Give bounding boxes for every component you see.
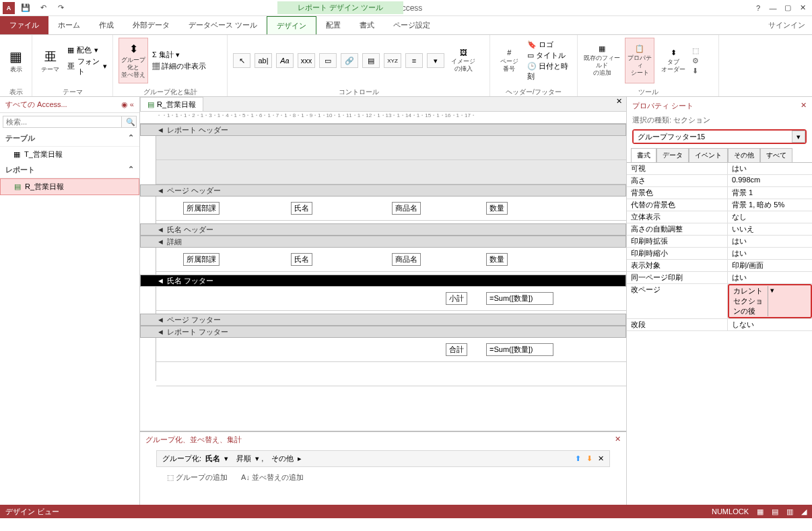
tab-file[interactable]: ファイル (0, 16, 48, 34)
code-icon[interactable]: ⚙ (692, 57, 699, 65)
view-button[interactable]: ▦表示 (5, 38, 26, 83)
nav-item-report[interactable]: ▤R_営業日報 (0, 178, 139, 195)
save-icon[interactable]: 💾 (19, 2, 32, 14)
insert-image-button[interactable]: 🖼イメージ の挿入 (448, 38, 478, 83)
tab-tool[interactable]: ▭ (319, 53, 337, 68)
prop-tab-all[interactable]: すべて (760, 148, 792, 162)
property-row[interactable]: 可視はい (627, 163, 812, 175)
logo-button[interactable]: 🔖 ロゴ (527, 40, 572, 50)
property-row[interactable]: 印刷時縮小はい (627, 248, 812, 260)
property-row[interactable]: 同一ページ印刷はい (627, 272, 812, 284)
tab-design[interactable]: デザイン (267, 16, 316, 34)
section-name-header[interactable]: ◄ 氏名 ヘッダー (140, 223, 626, 236)
colors-button[interactable]: ▦配色 ▾ (67, 45, 107, 55)
close-icon[interactable]: ✕ (796, 2, 809, 14)
property-row[interactable]: 背景色背景 1 (627, 187, 812, 199)
tab-order-button[interactable]: ⬍タブ オーダー (658, 38, 688, 83)
section-detail[interactable]: ◄ 詳細 (140, 236, 626, 248)
hide-details-button[interactable]: ▦ 詳細の非表示 (152, 61, 206, 71)
property-row[interactable]: 代替の背景色背景 1, 暗め 5% (627, 199, 812, 211)
close-document-icon[interactable]: ✕ (612, 97, 626, 111)
nav-tool[interactable]: ▤ (362, 53, 380, 68)
nav-group-tables[interactable]: テーブル⌃ (0, 131, 139, 147)
group-pane-close-icon[interactable]: ✕ (615, 435, 621, 445)
search-button[interactable]: 🔍 (122, 116, 137, 128)
property-row[interactable]: 立体表示なし (627, 211, 812, 223)
page-number-button[interactable]: #ページ 番号 (496, 38, 523, 83)
property-row[interactable]: 高さ0.998cm (627, 175, 812, 187)
add-sort-button[interactable]: A↓ 並べ替えの追加 (241, 472, 304, 483)
move-down-icon[interactable]: ⬇ (586, 454, 593, 463)
view-print-icon[interactable]: ▤ (772, 507, 778, 516)
expr-sum-total[interactable]: =Sum([数量]) (486, 343, 553, 356)
maximize-icon[interactable]: ▢ (781, 2, 794, 14)
signin-link[interactable]: サインイン (762, 16, 812, 34)
theme-button[interactable]: 亜テーマ (38, 38, 63, 83)
document-tab[interactable]: ▤R_営業日報 (140, 97, 203, 111)
convert-icon[interactable]: ⬇ (692, 67, 699, 75)
prop-tab-data[interactable]: データ (656, 148, 689, 162)
property-row[interactable]: 印刷時拡張はい (627, 236, 812, 248)
label-tool[interactable]: Aa (276, 53, 294, 68)
section-name-footer[interactable]: ◄ 氏名 フッター (140, 275, 626, 287)
group-row[interactable]: グループ化: 氏名 ▾ 昇順 ▾ , その他 ▸ ⬆ ⬇ ✕ (156, 450, 610, 467)
property-row[interactable]: 改段しない (627, 319, 812, 331)
prop-tab-format[interactable]: 書式 (631, 148, 656, 162)
label-total[interactable]: 合計 (446, 343, 467, 356)
tab-format[interactable]: 書式 (350, 16, 384, 34)
totals-button[interactable]: Σ 集計 ▾ (152, 50, 206, 60)
section-report-header[interactable]: ◄ レポート ヘッダー (140, 124, 626, 136)
tab-arrange[interactable]: 配置 (316, 16, 350, 34)
tab-create[interactable]: 作成 (90, 16, 123, 34)
label-subtotal[interactable]: 小計 (446, 292, 467, 305)
groupsort-button[interactable]: ⬍グループ化と 並べ替え (119, 38, 148, 83)
select-tool[interactable]: ↖ (233, 53, 250, 68)
property-row[interactable]: 表示対象印刷/画面 (627, 260, 812, 272)
add-fields-button[interactable]: ▦既存のフィールド の追加 (583, 38, 621, 83)
list-tool[interactable]: ≡ (405, 53, 423, 68)
tab-page[interactable]: ページ設定 (384, 16, 440, 34)
property-object-combo[interactable]: ▾ (632, 129, 807, 144)
nav-header[interactable]: すべての Access...◉ « (0, 97, 139, 113)
property-sheet-button[interactable]: 📋プロパティ シート (625, 38, 654, 83)
property-close-icon[interactable]: ✕ (801, 101, 807, 111)
delete-group-icon[interactable]: ✕ (598, 454, 604, 463)
detail-product[interactable]: 商品名 (392, 253, 421, 266)
combo-tool[interactable]: XYZ (384, 53, 401, 68)
field-name[interactable]: 氏名 (291, 202, 312, 215)
field-dept[interactable]: 所属部課 (183, 202, 219, 215)
add-group-button[interactable]: ⬚ グループの追加 (167, 472, 228, 483)
section-page-header[interactable]: ◄ ページ ヘッダー (140, 184, 626, 197)
search-input[interactable] (3, 116, 122, 128)
property-row[interactable]: 高さの自動調整いいえ (627, 223, 812, 236)
view-layout-icon[interactable]: ▥ (786, 507, 793, 516)
title-button[interactable]: ▭ タイトル (527, 50, 572, 61)
detail-name[interactable]: 氏名 (291, 253, 312, 266)
property-object-input[interactable] (634, 131, 792, 143)
redo-icon[interactable]: ↷ (54, 2, 67, 14)
button-tool[interactable]: xxx (298, 53, 315, 68)
field-product[interactable]: 商品名 (392, 202, 421, 215)
fonts-button[interactable]: 亜フォント ▾ (67, 57, 107, 77)
combo-dropdown-icon[interactable]: ▾ (792, 131, 805, 143)
section-page-footer[interactable]: ◄ ページ フッター (140, 314, 626, 326)
field-qty[interactable]: 数量 (486, 202, 508, 215)
move-up-icon[interactable]: ⬆ (575, 454, 581, 463)
expr-sum-sub[interactable]: =Sum([数量]) (486, 292, 553, 305)
minimize-icon[interactable]: — (766, 2, 780, 14)
textbox-tool[interactable]: ab| (255, 53, 272, 68)
view-report-icon[interactable]: ▦ (757, 507, 764, 516)
more-controls[interactable]: ▾ (427, 53, 444, 68)
prop-tab-other[interactable]: その他 (728, 148, 760, 162)
section-report-footer[interactable]: ◄ レポート フッター (140, 326, 626, 338)
report-design-surface[interactable]: ・・1・1・1・2・1・3・1・4・1・5・1・6・1・7・1・8・1・9・1・… (140, 112, 626, 431)
chevron-down-icon[interactable]: ◉ « (121, 100, 134, 109)
subreport-icon[interactable]: ⬚ (692, 46, 699, 55)
nav-group-reports[interactable]: レポート⌃ (0, 162, 139, 178)
property-row[interactable]: 改ページカレント セクションの後▾ (627, 284, 812, 319)
datetime-button[interactable]: 🕒 日付と時刻 (527, 61, 572, 81)
tab-dbtools[interactable]: データベース ツール (179, 16, 267, 34)
tab-home[interactable]: ホーム (48, 16, 90, 34)
detail-dept[interactable]: 所属部課 (183, 253, 219, 266)
view-design-icon[interactable]: ◢ (801, 507, 807, 516)
